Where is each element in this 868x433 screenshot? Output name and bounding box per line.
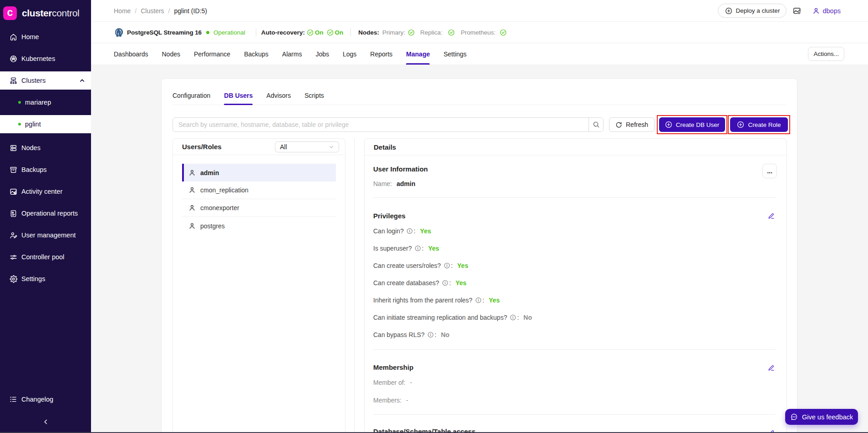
sidebar-item-home[interactable]: Home xyxy=(0,28,91,46)
member-of-label: Member of: xyxy=(373,378,406,387)
breadcrumb-home[interactable]: Home xyxy=(114,7,131,15)
db-users-panels: Users/Roles All xyxy=(173,138,786,433)
tab-dashboards[interactable]: Dashboards xyxy=(114,43,148,65)
users-roles-header: Users/Roles All xyxy=(173,139,345,155)
deploy-cluster-button[interactable]: Deploy a cluster xyxy=(718,4,787,18)
content-area: Configuration DB Users Advisors Scripts xyxy=(91,65,868,433)
privilege-value: Yes xyxy=(428,244,439,253)
tab-advisors[interactable]: Advisors xyxy=(266,86,291,105)
search-icon[interactable] xyxy=(589,118,603,131)
cluster-header: PostgreSQL Streaming 16 Operational Auto… xyxy=(91,22,868,43)
create-db-user-button[interactable]: Create DB User xyxy=(659,117,725,132)
member-of-row: Member of: - xyxy=(373,378,776,387)
logo-text: clustercontrol xyxy=(22,8,79,19)
status-dot xyxy=(206,31,209,34)
user-row-postgres[interactable]: postgres xyxy=(182,217,336,235)
tab-manage[interactable]: Manage xyxy=(406,43,430,65)
cluster-title: PostgreSQL Streaming 16 xyxy=(127,29,202,36)
cluster-name: pglint xyxy=(25,121,41,128)
panel-divider xyxy=(354,138,355,433)
info-icon[interactable] xyxy=(406,228,413,234)
privilege-row: Can create databases? : Yes xyxy=(373,278,776,287)
users-filter-value: All xyxy=(280,143,287,151)
sidebar-item-activity-center[interactable]: Activity center xyxy=(0,182,91,201)
primary-label: Primary: xyxy=(382,29,405,36)
create-role-button[interactable]: Create Role xyxy=(730,117,788,132)
edit-membership-icon[interactable] xyxy=(768,364,775,371)
section-divider xyxy=(373,414,776,415)
tab-scripts[interactable]: Scripts xyxy=(305,86,324,105)
check-circle-icon xyxy=(327,29,334,36)
privilege-colon: : xyxy=(422,244,424,253)
sidebar-item-settings[interactable]: Settings xyxy=(0,270,91,288)
controller-pool-icon xyxy=(9,253,17,261)
user-row-cmonexporter[interactable]: cmonexporter xyxy=(182,199,336,217)
give-feedback-button[interactable]: Give us feedback xyxy=(785,409,858,425)
topbar-right: Deploy a cluster dbops xyxy=(718,4,841,18)
sidebar-nav: Home Kubernetes Clusters xyxy=(0,26,91,292)
info-icon[interactable] xyxy=(444,262,450,269)
sidebar-item-user-management[interactable]: User management xyxy=(0,226,91,244)
tab-logs[interactable]: Logs xyxy=(343,43,356,65)
sidebar-item-backups[interactable]: Backups xyxy=(0,161,91,179)
breadcrumb-clusters[interactable]: Clusters xyxy=(141,7,164,15)
tab-db-users[interactable]: DB Users xyxy=(224,86,253,105)
user-row-cmon-replication[interactable]: cmon_replication xyxy=(182,181,336,199)
person-icon xyxy=(188,204,196,211)
users-roles-title: Users/Roles xyxy=(182,143,222,151)
divider xyxy=(256,28,256,36)
auto-recovery-on: On xyxy=(335,29,344,36)
clustercontrol-app: c clustercontrol Home Kubernetes Clust xyxy=(0,0,868,433)
users-filter-select[interactable]: All xyxy=(275,141,339,152)
sidebar-item-operational-reports[interactable]: Operational reports xyxy=(0,204,91,222)
tab-configuration[interactable]: Configuration xyxy=(173,86,210,105)
tab-backups[interactable]: Backups xyxy=(244,43,269,65)
more-options-button[interactable]: ... xyxy=(762,164,777,178)
user-icon xyxy=(812,7,820,15)
tab-jobs[interactable]: Jobs xyxy=(315,43,329,65)
logo[interactable]: c clustercontrol xyxy=(0,0,91,26)
info-icon[interactable] xyxy=(427,332,434,338)
chevron-up-icon xyxy=(80,78,85,83)
sidebar-item-controller-pool[interactable]: Controller pool xyxy=(0,248,91,266)
info-icon[interactable] xyxy=(475,297,482,303)
sidebar-cluster-pglint[interactable]: pglint xyxy=(0,115,91,133)
search-input[interactable] xyxy=(173,118,589,131)
main-area: Home / Clusters / pglint (ID:5) Deploy a… xyxy=(91,0,868,433)
info-icon[interactable] xyxy=(415,245,421,252)
sidebar-item-clusters[interactable]: Clusters xyxy=(0,71,91,90)
sidebar-item-nodes[interactable]: Nodes xyxy=(0,139,91,157)
tab-reports[interactable]: Reports xyxy=(370,43,392,65)
sidebar-item-changelog[interactable]: Changelog xyxy=(0,390,91,408)
privilege-label: Can create users/roles? xyxy=(373,261,441,270)
privilege-row: Inherit rights from the parent roles? : … xyxy=(373,296,776,305)
give-feedback-label: Give us feedback xyxy=(802,413,853,421)
tab-performance[interactable]: Performance xyxy=(194,43,230,65)
status-label: Operational xyxy=(213,29,245,36)
privilege-label: Can initiate streaming replication and b… xyxy=(373,313,507,322)
membership-title: Membership xyxy=(373,363,776,372)
tab-nodes[interactable]: Nodes xyxy=(162,43,180,65)
section-divider xyxy=(373,197,776,198)
refresh-button[interactable]: Refresh xyxy=(609,117,655,132)
sidebar-cluster-mariarep[interactable]: mariarep xyxy=(0,93,91,111)
tab-alarms[interactable]: Alarms xyxy=(282,43,302,65)
sidebar-item-label: Backups xyxy=(21,166,47,173)
nodes-label: Nodes: xyxy=(358,29,379,36)
edit-privileges-icon[interactable] xyxy=(768,212,775,219)
info-icon[interactable] xyxy=(510,314,516,321)
name-label: Name: xyxy=(373,179,392,188)
user-menu[interactable]: dbops xyxy=(812,7,841,15)
monitoring-icon[interactable] xyxy=(793,7,801,15)
user-row-admin[interactable]: admin xyxy=(182,164,336,181)
privilege-value: Yes xyxy=(489,296,500,305)
sidebar-item-label: Home xyxy=(21,33,39,40)
privilege-row: Can initiate streaming replication and b… xyxy=(373,313,776,322)
actions-button[interactable]: Actions... xyxy=(808,47,844,61)
sidebar-item-kubernetes[interactable]: Kubernetes xyxy=(0,50,91,68)
info-icon[interactable] xyxy=(442,280,448,286)
privilege-label: Can create databases? xyxy=(373,278,439,287)
privilege-colon: : xyxy=(435,330,437,339)
tab-settings[interactable]: Settings xyxy=(443,43,467,65)
sidebar-collapse-button[interactable] xyxy=(0,413,91,431)
